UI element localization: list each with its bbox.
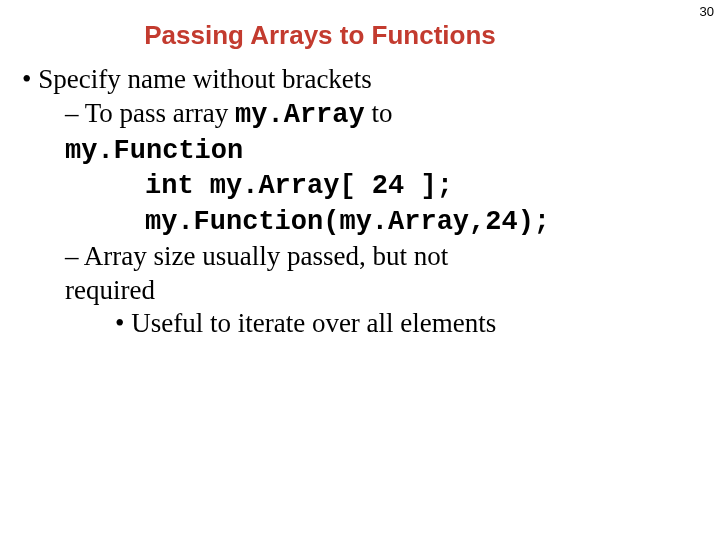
dash-to-pass-array: – To pass array my.Array to xyxy=(10,97,720,133)
text-to: to xyxy=(365,98,393,128)
dash-array-size-l2: required xyxy=(10,274,720,308)
code-line-call: my.Function(my.Array,24); xyxy=(10,204,720,240)
bullet-useful-iterate: • Useful to iterate over all elements xyxy=(10,307,720,341)
code-line-declare: int my.Array[ 24 ]; xyxy=(10,168,720,204)
code-myarray: my.Array xyxy=(235,100,365,130)
text-to-pass-array-a: – To pass array xyxy=(65,98,235,128)
code-int-myarray: int my.Array[ 24 ]; xyxy=(145,171,453,201)
code-myfunction: my.Function xyxy=(65,136,243,166)
bullet-specify-name: • Specify name without brackets xyxy=(10,63,720,97)
dash-array-size-l1: – Array size usually passed, but not xyxy=(10,240,720,274)
slide-title: Passing Arrays to Functions xyxy=(40,0,600,63)
page-number: 30 xyxy=(700,4,714,19)
dash-to-pass-array-cont: my.Function xyxy=(10,133,720,169)
slide-body: • Specify name without brackets – To pas… xyxy=(0,63,720,341)
code-call-myfunction: my.Function(my.Array,24); xyxy=(145,207,550,237)
